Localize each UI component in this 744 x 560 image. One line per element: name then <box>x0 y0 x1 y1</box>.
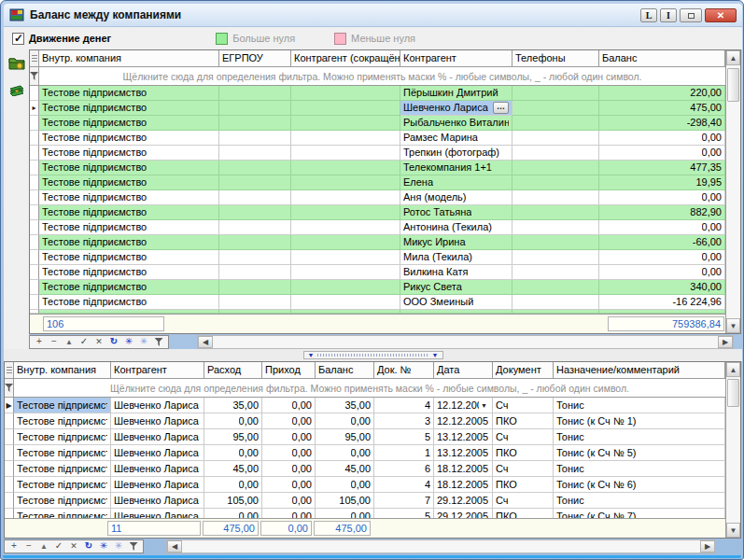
cell[interactable]: Тонис (к Сч № 7) <box>554 509 725 518</box>
cell[interactable]: Тестове підприємст <box>14 413 111 429</box>
cell[interactable]: Шевченко Лариса <box>111 493 204 509</box>
edit-button[interactable] <box>36 540 51 553</box>
cell[interactable]: Тонис (к Сч № 1) <box>554 413 725 429</box>
ellipsis-button[interactable]: … <box>493 102 509 114</box>
cell[interactable] <box>219 295 291 310</box>
filter-button[interactable] <box>126 540 141 553</box>
cell[interactable] <box>219 190 291 205</box>
money-stack-button[interactable] <box>7 79 27 100</box>
cell[interactable]: 12.12.200▼ <box>434 398 493 413</box>
refresh-button[interactable] <box>106 336 121 348</box>
column-header-5[interactable]: Телефоны <box>512 50 599 67</box>
cell[interactable]: Тестове підприємство <box>39 175 219 190</box>
cell[interactable]: Тестове підприємство <box>39 280 219 295</box>
cell[interactable] <box>512 161 599 175</box>
cell[interactable] <box>291 86 400 101</box>
cell[interactable]: Тестове підприємство <box>39 205 219 220</box>
scroll-right-button[interactable]: ▶ <box>700 540 715 553</box>
cell[interactable]: Ротос Татьяна <box>400 205 512 220</box>
cell[interactable]: 0,00 <box>599 220 725 235</box>
cell[interactable] <box>219 280 291 295</box>
cell[interactable] <box>291 250 400 265</box>
title-bar[interactable]: Баланс между компаниями L I ✕ <box>4 4 742 27</box>
cell[interactable]: 0,00 <box>204 509 262 518</box>
cell[interactable] <box>291 295 400 310</box>
cell[interactable] <box>512 116 599 131</box>
cell[interactable] <box>291 190 400 205</box>
column-header-4[interactable]: Контрагент <box>400 50 512 67</box>
cell[interactable]: 45,00 <box>316 461 374 477</box>
cell[interactable] <box>219 131 291 146</box>
scroll-track[interactable] <box>182 540 700 553</box>
cell[interactable]: 220,00 <box>599 86 725 101</box>
scroll-thumb[interactable] <box>727 68 739 102</box>
money-movement-checkbox[interactable] <box>12 33 24 45</box>
cell[interactable]: ПКО <box>493 413 554 429</box>
cancel-button[interactable] <box>91 336 106 348</box>
cell[interactable]: Тонис <box>554 493 725 509</box>
refresh-button[interactable] <box>81 540 96 553</box>
cell[interactable]: Вилкина Катя <box>400 265 512 280</box>
cell[interactable]: Пёрышкин Дмитрий <box>400 86 512 101</box>
restore-button[interactable] <box>680 8 702 22</box>
cell[interactable] <box>291 205 400 220</box>
cell[interactable] <box>219 205 291 220</box>
layout-i-button[interactable]: I <box>660 8 677 22</box>
cell[interactable]: 0,00 <box>262 413 316 429</box>
column-header-2[interactable]: ЕГРПОУ <box>219 50 291 67</box>
cell[interactable] <box>512 280 599 295</box>
cell[interactable]: 0,00 <box>204 413 262 429</box>
cell[interactable]: 6 <box>374 461 434 477</box>
cell[interactable]: Тестове підприємство <box>39 116 219 131</box>
cell[interactable]: Тонис <box>554 461 725 477</box>
cell[interactable] <box>291 235 400 250</box>
column-header-3[interactable]: Расход <box>204 362 262 379</box>
cell[interactable]: 29.12.2005 <box>434 493 493 509</box>
cell[interactable]: Тестове підприємст <box>14 398 111 413</box>
cell[interactable] <box>219 250 291 265</box>
column-chooser-button[interactable] <box>30 50 39 67</box>
cell[interactable]: 0,00 <box>599 131 725 146</box>
cell[interactable]: Тестове підприємство <box>39 295 219 310</box>
post-button[interactable] <box>51 540 66 553</box>
cell[interactable]: 0,00 <box>262 445 316 461</box>
column-header-7[interactable]: Дата <box>434 362 493 379</box>
cell[interactable] <box>512 131 599 146</box>
cell[interactable]: Елена <box>400 175 512 190</box>
cell[interactable] <box>291 220 400 235</box>
filter-button[interactable] <box>151 336 166 348</box>
cell[interactable]: 45,00 <box>204 461 262 477</box>
cell[interactable]: Тонис (к Сч № 5) <box>554 445 725 461</box>
cell[interactable]: Тестове підприємство <box>39 235 219 250</box>
cell[interactable]: 0,00 <box>262 509 316 518</box>
scroll-thumb[interactable] <box>727 379 739 407</box>
layout-l-button[interactable]: L <box>640 8 657 22</box>
filter-hint[interactable]: Щёлкните сюда для определения фильтра. М… <box>14 383 725 394</box>
cell[interactable]: 0,00 <box>599 190 725 205</box>
cell[interactable]: Антонина (Текила) <box>400 220 512 235</box>
cell[interactable]: 13.12.2005 <box>434 429 493 445</box>
cell[interactable] <box>219 175 291 190</box>
cell[interactable]: 13.12.2005 <box>434 445 493 461</box>
cell[interactable]: Микус Ирина <box>400 235 512 250</box>
scroll-down-button[interactable]: ▼ <box>726 523 740 538</box>
cell[interactable]: Шевченко Лариса <box>111 477 204 493</box>
cell[interactable]: 0,00 <box>316 477 374 493</box>
column-header-1[interactable]: Внутр. компания <box>39 50 219 67</box>
cell[interactable] <box>512 101 599 116</box>
cell[interactable] <box>291 131 400 146</box>
cell[interactable]: 475,00 <box>599 101 725 116</box>
cell[interactable] <box>219 86 291 101</box>
cell[interactable] <box>291 280 400 295</box>
cell[interactable] <box>512 86 599 101</box>
cell[interactable]: ПКО <box>493 445 554 461</box>
cell[interactable]: 0,00 <box>599 146 725 161</box>
append-button[interactable] <box>7 540 21 553</box>
cell[interactable]: Шевченко Лариса <box>111 461 204 477</box>
cell[interactable] <box>291 175 400 190</box>
edit-button[interactable] <box>62 336 77 348</box>
cell[interactable]: 882,90 <box>599 205 725 220</box>
cell[interactable]: 0,00 <box>262 429 316 445</box>
bottom-grid-hscrollbar[interactable]: ◀ ▶ <box>166 539 716 553</box>
cell[interactable]: Трепкин (фотограф) <box>400 146 512 161</box>
